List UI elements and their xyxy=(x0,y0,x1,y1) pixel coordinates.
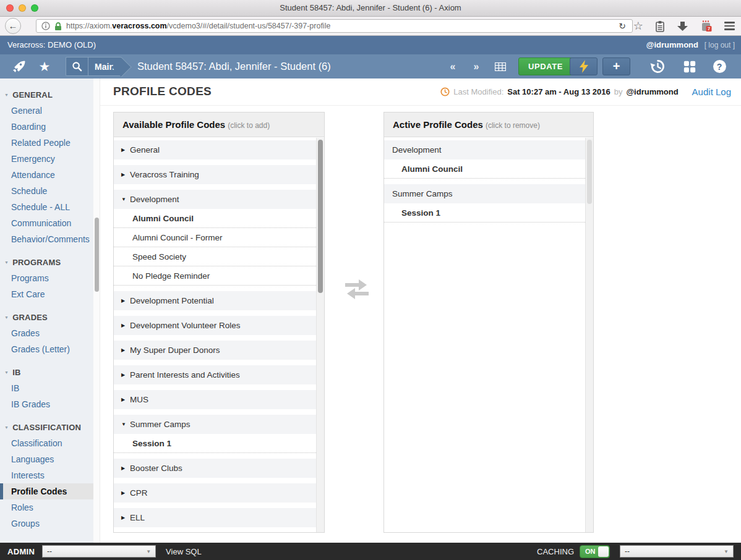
toolbar-icons: ☆ 7 xyxy=(633,17,735,35)
sidebar-section-header[interactable]: ▼ PROGRAMS xyxy=(0,254,93,270)
sidebar-item[interactable]: Classification xyxy=(0,435,93,451)
sidebar-item[interactable]: Programs xyxy=(0,270,93,286)
available-panel-scrollbar[interactable] xyxy=(316,138,324,532)
extension-badge-icon[interactable]: 7 xyxy=(700,20,713,32)
admin-dropdown-1[interactable]: -- ▼ xyxy=(42,545,156,558)
sidebar-item[interactable]: Profile Codes xyxy=(0,483,93,499)
sidebar-section-header[interactable]: ▼ IB xyxy=(0,364,93,380)
sidebar-item[interactable]: Schedule - ALL xyxy=(0,199,93,215)
available-code-label: Summer Camps xyxy=(130,420,191,429)
grid-view-icon[interactable] xyxy=(491,54,510,78)
download-icon[interactable] xyxy=(677,21,688,32)
sidebar-item[interactable]: Emergency xyxy=(0,151,93,167)
reload-icon[interactable]: ↻ xyxy=(616,21,628,31)
quick-actions-button[interactable] xyxy=(570,57,598,75)
prev-record-button[interactable]: « xyxy=(444,54,461,78)
sidebar-item[interactable]: Communication xyxy=(0,215,93,231)
next-record-button[interactable]: » xyxy=(468,54,485,78)
help-button[interactable]: ? xyxy=(710,54,729,78)
available-code-row[interactable]: Speed Society xyxy=(114,247,316,266)
sidebar-item[interactable]: Groups xyxy=(0,515,93,532)
sidebar-scrollbar-thumb[interactable] xyxy=(95,218,99,292)
sidebar-section: ▼ PROGRAMS ProgramsExt Care xyxy=(0,254,93,302)
available-code-row[interactable]: Session 1 xyxy=(114,434,316,453)
url-bar[interactable]: https://axiom.veracross.com/vcdemo3/#/de… xyxy=(36,19,633,33)
minimize-button[interactable] xyxy=(19,4,26,12)
rocket-icon[interactable] xyxy=(10,54,27,78)
sidebar-section-header[interactable]: ▼ GRADES xyxy=(0,309,93,325)
sidebar-item[interactable]: Behavior/Comments xyxy=(0,231,93,247)
available-code-row[interactable]: ▶ General xyxy=(114,140,316,159)
available-code-row[interactable]: ▶ ELL xyxy=(114,508,316,527)
update-button[interactable]: UPDATE xyxy=(518,57,573,75)
close-button[interactable] xyxy=(6,4,14,12)
admin-dropdown-2[interactable]: -- ▼ xyxy=(620,545,734,558)
available-code-row[interactable]: ▼ Summer Camps xyxy=(114,415,316,434)
sidebar-section-header[interactable]: ▼ GENERAL xyxy=(0,87,93,103)
active-code-row[interactable]: Alumni Council xyxy=(384,159,585,179)
transfer-arrows-icon xyxy=(345,278,369,300)
available-code-row[interactable]: ▶ Veracross Training xyxy=(114,165,316,184)
active-code-row[interactable]: Summer Camps xyxy=(384,184,585,203)
audit-log-link[interactable]: Audit Log xyxy=(692,87,731,97)
sidebar-item[interactable]: Schedule xyxy=(0,183,93,199)
triangle-icon: ▶ xyxy=(121,372,130,378)
active-scrollbar-thumb[interactable] xyxy=(587,140,592,204)
sidebar-item[interactable]: Ext Care xyxy=(0,286,93,302)
bookmark-star-icon[interactable]: ☆ xyxy=(633,20,643,32)
sidebar-item[interactable]: Attendance xyxy=(0,167,93,183)
menu-icon[interactable] xyxy=(724,20,735,32)
available-code-row[interactable]: Alumni Council - Former xyxy=(114,228,316,247)
available-code-row[interactable]: ▶ Development Volunteer Roles xyxy=(114,316,316,335)
apps-grid-icon[interactable] xyxy=(680,54,699,78)
available-code-row[interactable]: ▶ CPR xyxy=(114,483,316,503)
available-code-label: Session 1 xyxy=(132,439,171,448)
sidebar-section-header[interactable]: ▼ CLASSIFICATION xyxy=(0,419,93,435)
search-button[interactable] xyxy=(66,57,88,76)
sidebar-item[interactable]: Languages xyxy=(0,451,93,467)
svg-text:7: 7 xyxy=(708,26,710,32)
add-button[interactable]: + xyxy=(602,57,630,75)
sidebar-section-items: IBIB Grades xyxy=(0,380,93,412)
sidebar-item[interactable]: IB xyxy=(0,380,93,396)
active-code-label: Session 1 xyxy=(401,208,440,218)
available-scrollbar-thumb[interactable] xyxy=(318,140,323,293)
sidebar-item[interactable]: Boarding xyxy=(0,119,93,135)
caching-toggle-knob[interactable] xyxy=(598,546,609,557)
available-code-row[interactable]: ▶ Development Potential xyxy=(114,291,316,310)
sidebar-item[interactable]: IB Grades xyxy=(0,396,93,412)
available-code-label: ELL xyxy=(130,513,145,522)
back-button[interactable]: ← xyxy=(5,18,21,34)
sidebar-scrollbar[interactable] xyxy=(93,78,100,543)
view-sql-link[interactable]: View SQL xyxy=(166,547,202,556)
available-code-row[interactable]: ▼ Development xyxy=(114,190,316,209)
sidebar: ▼ GENERAL GeneralBoardingRelated PeopleE… xyxy=(0,78,93,543)
favorites-star-icon[interactable]: ★ xyxy=(36,54,53,78)
history-icon[interactable] xyxy=(648,54,667,78)
lock-icon[interactable] xyxy=(54,22,62,31)
sidebar-item[interactable]: Roles xyxy=(0,499,93,515)
available-code-row[interactable]: ▶ Parent Interests and Activities xyxy=(114,365,316,384)
available-code-row[interactable]: ▶ My Super Duper Donors xyxy=(114,341,316,360)
available-code-row[interactable]: Alumni Council xyxy=(114,209,316,228)
available-code-row[interactable]: ▶ MUS xyxy=(114,390,316,409)
sidebar-item[interactable]: Interests xyxy=(0,467,93,483)
info-icon[interactable] xyxy=(41,22,50,30)
record-title: Student 58457: Abdi, Jennifer - Student … xyxy=(137,54,331,78)
sidebar-item[interactable]: Grades xyxy=(0,325,93,341)
active-code-row[interactable]: Development xyxy=(384,140,585,159)
active-code-row[interactable]: Session 1 xyxy=(384,203,585,223)
available-code-label: My Super Duper Donors xyxy=(130,346,220,355)
traffic-lights xyxy=(6,4,38,12)
sidebar-item[interactable]: General xyxy=(0,103,93,119)
available-code-row[interactable]: ▶ Booster Clubs xyxy=(114,459,316,478)
clipboard-icon[interactable] xyxy=(655,20,665,32)
caching-toggle[interactable]: ON xyxy=(580,545,610,558)
logout-link[interactable]: [ log out ] xyxy=(705,41,735,49)
zoom-button[interactable] xyxy=(31,4,38,12)
active-panel-scrollbar[interactable] xyxy=(585,138,593,532)
available-code-row[interactable]: No Pledge Reminder xyxy=(114,266,316,286)
sidebar-item[interactable]: Related People xyxy=(0,135,93,151)
sidebar-item[interactable]: Grades (Letter) xyxy=(0,341,93,357)
admin-bar: ADMIN -- ▼ View SQL CACHING ON -- ▼ xyxy=(0,543,741,560)
